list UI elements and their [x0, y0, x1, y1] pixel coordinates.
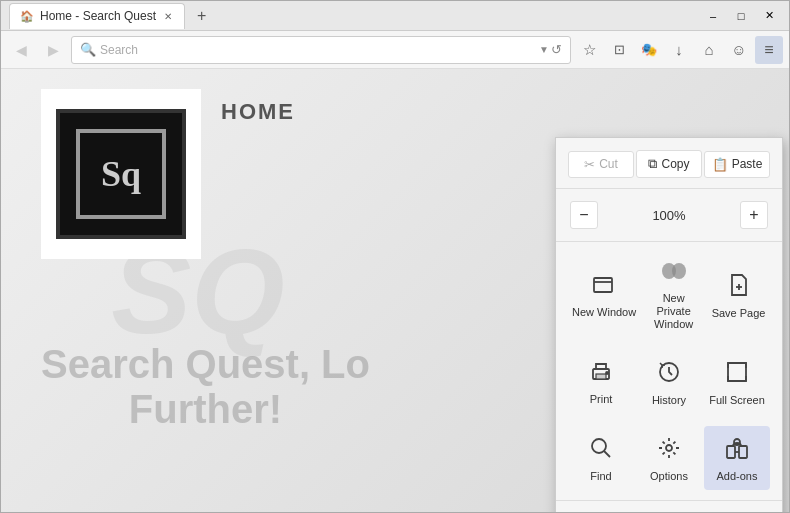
- home-button[interactable]: ⌂: [695, 36, 723, 64]
- downloads-button[interactable]: ↓: [665, 36, 693, 64]
- address-bar-icons: ▼ ↺: [539, 42, 562, 57]
- history-button[interactable]: History: [636, 350, 702, 414]
- options-icon: [657, 436, 681, 466]
- zoom-in-button[interactable]: +: [740, 201, 768, 229]
- toolbar-right-buttons: ☆ ⊡ 🎭 ↓ ⌂ ☺ ≡: [575, 36, 783, 64]
- dropdown-arrow-icon: ▼: [539, 44, 549, 55]
- home-icon: ⌂: [704, 41, 713, 58]
- save-page-label: Save Page: [712, 307, 766, 319]
- tagline-line1: Search Quest, Lo: [41, 342, 370, 387]
- developer-button[interactable]: Developer: [556, 505, 782, 512]
- icon-row-1: New Window New PrivateWindow: [564, 250, 774, 340]
- cut-button[interactable]: ✂ Cut: [568, 151, 634, 178]
- forward-button[interactable]: ▶: [39, 36, 67, 64]
- page-content-area: SQ Sq HOME Search Quest, Lo Further!: [1, 69, 789, 512]
- add-ons-button[interactable]: Add-ons: [704, 426, 770, 490]
- divider-2: [556, 241, 782, 242]
- menu-button[interactable]: ≡: [755, 36, 783, 64]
- bookmark-button[interactable]: ☆: [575, 36, 603, 64]
- minimize-button[interactable]: –: [701, 6, 725, 26]
- search-icon: 🔍: [80, 42, 96, 57]
- bookmark-icon: ☆: [583, 41, 596, 59]
- address-bar[interactable]: 🔍 Search ▼ ↺: [71, 36, 571, 64]
- cut-icon: ✂: [584, 157, 595, 172]
- svg-rect-15: [739, 446, 747, 458]
- pocket-button[interactable]: ⊡: [605, 36, 633, 64]
- icon-row-2: Print History: [564, 348, 774, 416]
- svg-point-16: [734, 439, 740, 445]
- history-icon: [657, 360, 681, 390]
- divider-3: [556, 500, 782, 501]
- pocket-mask-button[interactable]: 🎭: [635, 36, 663, 64]
- tab-strip: 🏠 Home - Search Quest ✕ +: [9, 3, 701, 29]
- sq-logo-inner: Sq: [76, 129, 166, 219]
- zoom-level: 100%: [602, 208, 736, 223]
- close-button[interactable]: ✕: [757, 6, 781, 26]
- copy-icon: ⧉: [648, 156, 657, 172]
- maximize-button[interactable]: □: [729, 6, 753, 26]
- save-page-button[interactable]: Save Page: [707, 252, 770, 338]
- svg-line-12: [604, 451, 610, 457]
- find-icon: [589, 436, 613, 466]
- svg-rect-10: [728, 363, 746, 381]
- zoom-out-button[interactable]: −: [570, 201, 598, 229]
- print-button[interactable]: Print: [568, 350, 634, 414]
- reload-icon[interactable]: ↺: [551, 42, 562, 57]
- new-window-icon: [592, 274, 616, 302]
- cut-label: Cut: [599, 157, 618, 171]
- browser-menu-dropdown: ✂ Cut ⧉ Copy 📋 Paste −: [555, 137, 783, 512]
- svg-point-8: [606, 372, 608, 374]
- svg-point-3: [672, 263, 686, 279]
- history-label: History: [652, 394, 686, 406]
- browser-window: 🏠 Home - Search Quest ✕ + – □ ✕ ◀ ▶ 🔍 Se…: [0, 0, 790, 513]
- mask-icon: 🎭: [641, 42, 657, 57]
- svg-point-11: [592, 439, 606, 453]
- copy-label: Copy: [661, 157, 689, 171]
- back-button[interactable]: ◀: [7, 36, 35, 64]
- print-label: Print: [590, 393, 613, 405]
- new-private-window-button[interactable]: New PrivateWindow: [642, 252, 705, 338]
- find-button[interactable]: Find: [568, 426, 634, 490]
- logo-area: Sq: [41, 89, 201, 259]
- zoom-row: − 100% +: [564, 197, 774, 233]
- new-private-window-label: New PrivateWindow: [646, 292, 701, 332]
- back-icon: ◀: [16, 42, 27, 58]
- divider-1: [556, 188, 782, 189]
- full-screen-button[interactable]: Full Screen: [704, 350, 770, 414]
- icons-row-3: Find Options: [556, 420, 782, 496]
- svg-point-13: [666, 445, 672, 451]
- new-window-label: New Window: [572, 306, 636, 318]
- new-window-button[interactable]: New Window: [568, 252, 640, 338]
- tab-favicon: 🏠: [20, 10, 34, 23]
- edit-row: ✂ Cut ⧉ Copy 📋 Paste: [564, 148, 774, 180]
- sync-button[interactable]: ☺: [725, 36, 753, 64]
- paste-label: Paste: [732, 157, 763, 171]
- copy-button[interactable]: ⧉ Copy: [636, 150, 702, 178]
- svg-rect-14: [727, 446, 735, 458]
- options-label: Options: [650, 470, 688, 482]
- edit-section: ✂ Cut ⧉ Copy 📋 Paste: [556, 144, 782, 184]
- icon-row-3: Find Options: [564, 424, 774, 492]
- add-ons-label: Add-ons: [717, 470, 758, 482]
- tab-close-button[interactable]: ✕: [162, 11, 174, 22]
- save-page-icon: [728, 273, 750, 303]
- zoom-section: − 100% +: [556, 193, 782, 237]
- tagline-line2: Further!: [41, 387, 370, 432]
- full-screen-icon: [725, 360, 749, 390]
- tab-label: Home - Search Quest: [40, 9, 156, 23]
- new-private-window-icon: [660, 260, 688, 288]
- full-screen-label: Full Screen: [709, 394, 765, 406]
- svg-rect-7: [596, 374, 606, 379]
- print-icon: [589, 361, 613, 389]
- sq-logo: Sq: [56, 109, 186, 239]
- paste-button[interactable]: 📋 Paste: [704, 151, 770, 178]
- icons-row-1: New Window New PrivateWindow: [556, 246, 782, 344]
- page-title: HOME: [221, 99, 295, 125]
- options-button[interactable]: Options: [636, 426, 702, 490]
- pocket-icon: ⊡: [614, 42, 625, 57]
- active-tab[interactable]: 🏠 Home - Search Quest ✕: [9, 3, 185, 29]
- new-tab-button[interactable]: +: [191, 7, 212, 25]
- svg-rect-0: [594, 278, 612, 292]
- sync-icon: ☺: [731, 41, 746, 58]
- developer-icon: [564, 510, 582, 512]
